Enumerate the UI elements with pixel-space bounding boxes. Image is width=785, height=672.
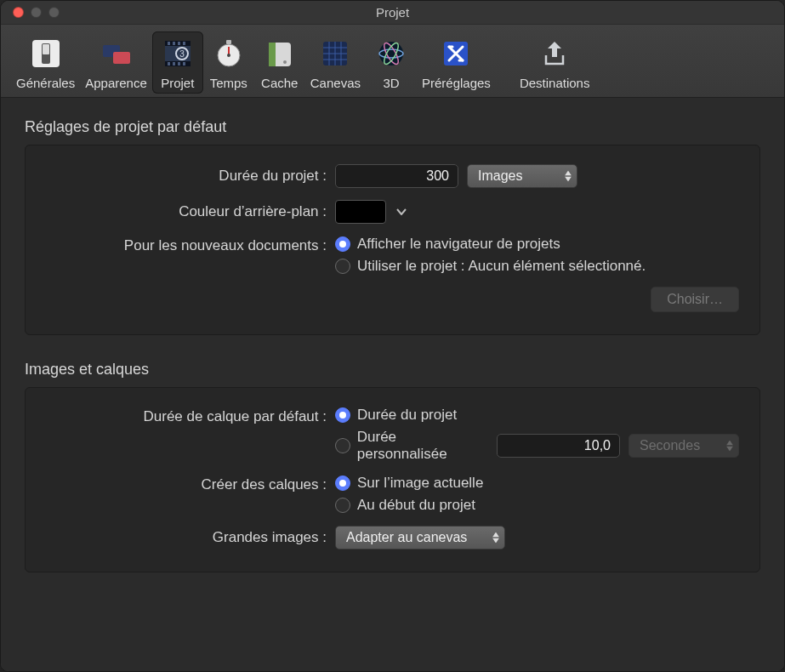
radio-label: Sur l’image actuelle — [357, 475, 483, 492]
createlayers-label: Créer des calques : — [46, 475, 327, 493]
largeimages-label: Grandes images : — [46, 529, 327, 546]
svg-rect-23 — [269, 43, 276, 66]
presets-icon — [435, 33, 476, 74]
updown-icon — [726, 441, 733, 452]
panel-images-layers: Durée de calque par défaut : Durée du pr… — [25, 387, 760, 572]
updown-icon — [565, 171, 572, 182]
radio-label: Utiliser le projet : Aucun élément sélec… — [357, 258, 646, 275]
window-controls — [13, 7, 60, 18]
select-value: Adapter au canevas — [346, 530, 467, 545]
svg-point-26 — [379, 42, 403, 65]
tab-apparence[interactable]: Apparence — [80, 31, 152, 94]
tab-label: Préréglages — [422, 76, 491, 90]
film-icon: 3 — [157, 33, 198, 74]
tab-label: Cache — [261, 76, 298, 90]
svg-rect-9 — [173, 42, 175, 45]
tab-label: Projet — [161, 76, 194, 90]
layerduration-radio-project[interactable]: Durée du projet — [335, 407, 739, 424]
svg-rect-15 — [183, 62, 185, 65]
svg-rect-14 — [178, 62, 180, 65]
panel-project-defaults: Durée du projet : Images Couleur d’arriè… — [25, 145, 760, 335]
layerduration-label: Durée de calque par défaut : — [46, 407, 327, 425]
tab-label: Générales — [16, 76, 75, 90]
minimize-window-button[interactable] — [31, 7, 42, 18]
select-value: Images — [478, 168, 522, 184]
newdocs-radio-browser[interactable]: Afficher le navigateur de projets — [335, 236, 739, 253]
tab-label: Destinations — [520, 76, 590, 90]
tab-label: Canevas — [310, 76, 361, 90]
tab-label: Temps — [210, 76, 247, 90]
choose-button[interactable]: Choisir… — [651, 287, 739, 312]
createlayers-radio-current[interactable]: Sur l’image actuelle — [335, 475, 739, 492]
section-title-images-layers: Images et calques — [25, 361, 760, 379]
project-duration-label: Durée du projet : — [46, 168, 327, 185]
updown-icon — [492, 532, 499, 544]
svg-rect-12 — [168, 62, 170, 65]
appearance-icon — [96, 33, 137, 74]
largeimages-select[interactable]: Adapter au canevas — [335, 526, 505, 550]
svg-rect-13 — [173, 62, 175, 65]
tab-cache[interactable]: Cache — [254, 31, 305, 94]
bgcolor-well[interactable] — [335, 200, 386, 224]
svg-text:3: 3 — [179, 49, 185, 59]
tab-destinations[interactable]: Destinations — [515, 31, 595, 94]
tab-label: Apparence — [85, 76, 147, 90]
radio-label: Durée personnalisée — [357, 429, 488, 463]
layerduration-radio-custom[interactable]: Durée personnalisée — [335, 429, 488, 463]
share-icon — [534, 33, 575, 74]
zoom-window-button[interactable] — [48, 7, 60, 18]
disk-icon — [259, 33, 300, 74]
preferences-toolbar: Générales Apparence 3 Proje — [1, 25, 784, 98]
tab-3d[interactable]: 3D — [366, 31, 417, 94]
svg-rect-19 — [226, 40, 231, 44]
tab-canevas[interactable]: Canevas — [305, 31, 366, 94]
svg-point-24 — [283, 60, 287, 64]
tab-projet[interactable]: 3 Projet — [152, 31, 203, 94]
svg-rect-11 — [183, 42, 185, 45]
tab-temps[interactable]: Temps — [203, 31, 254, 94]
newdocs-radio-useproject[interactable]: Utiliser le projet : Aucun élément sélec… — [335, 258, 739, 275]
sphere-3d-icon — [371, 33, 412, 74]
createlayers-radio-start[interactable]: Au début du projet — [335, 497, 739, 514]
project-duration-field[interactable] — [335, 164, 458, 188]
bgcolor-label: Couleur d’arrière-plan : — [46, 203, 327, 220]
titlebar: Projet — [1, 1, 784, 25]
svg-rect-8 — [168, 42, 170, 45]
chevron-down-icon[interactable] — [395, 205, 408, 219]
radio-label: Durée du projet — [357, 407, 457, 424]
close-window-button[interactable] — [13, 7, 24, 18]
svg-rect-10 — [178, 42, 180, 45]
layerduration-custom-field — [497, 434, 620, 458]
stopwatch-icon — [208, 33, 249, 74]
radio-label: Afficher le navigateur de projets — [357, 236, 560, 253]
button-label: Choisir… — [667, 292, 723, 307]
switch-icon — [26, 33, 66, 74]
select-value: Secondes — [640, 438, 700, 453]
tab-generales[interactable]: Générales — [11, 31, 80, 94]
window-title: Projet — [1, 5, 784, 20]
project-duration-unit-select[interactable]: Images — [467, 164, 577, 188]
radio-label: Au début du projet — [357, 497, 475, 514]
content-area: Réglages de projet par défaut Durée du p… — [1, 98, 784, 671]
svg-rect-2 — [43, 44, 49, 54]
svg-point-21 — [227, 54, 230, 57]
tab-prereglages[interactable]: Préréglages — [417, 31, 496, 94]
tab-label: 3D — [383, 76, 399, 90]
section-title-defaults: Réglages de projet par défaut — [25, 118, 760, 136]
preferences-window: Projet Générales Apparence — [0, 0, 785, 672]
canvas-icon — [315, 33, 356, 74]
layerduration-custom-unit-select: Secondes — [629, 434, 739, 458]
svg-rect-4 — [113, 52, 130, 64]
newdocs-label: Pour les nouveaux documents : — [46, 236, 327, 254]
